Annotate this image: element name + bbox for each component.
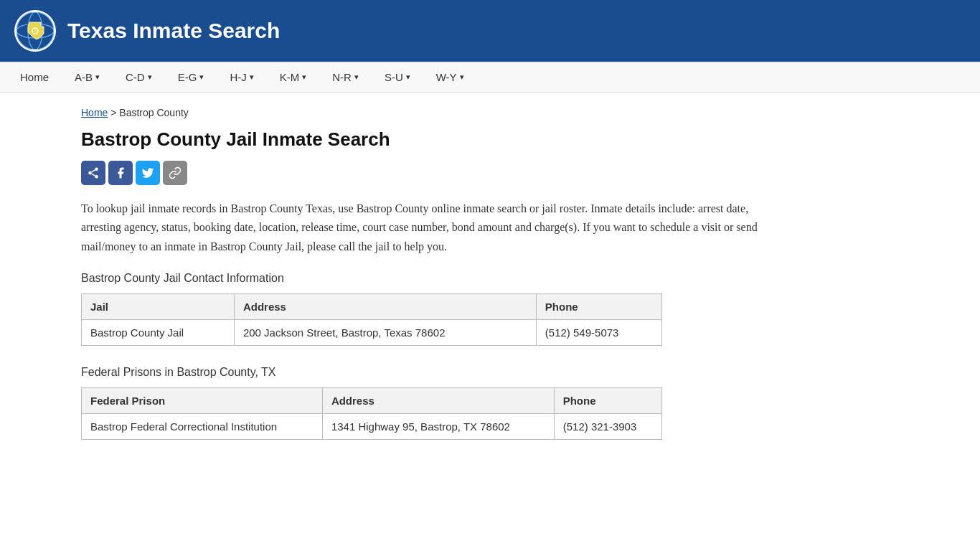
nav-cd[interactable]: C-D ▾ (113, 62, 165, 92)
federal-col-address: Address (322, 388, 554, 414)
svg-line-9 (91, 174, 95, 176)
table-row: Bastrop County Jail 200 Jackson Street, … (82, 320, 662, 346)
social-share-bar (81, 161, 899, 185)
table-row: Bastrop Federal Correctional Institution… (82, 414, 662, 440)
main-content: Home > Bastrop County Bastrop County Jai… (67, 93, 913, 474)
breadcrumb-home-link[interactable]: Home (81, 107, 108, 118)
facebook-button[interactable] (108, 161, 133, 185)
share-button[interactable] (81, 161, 105, 185)
page-title: Bastrop County Jail Inmate Search (81, 128, 899, 151)
federal-prison-table: Federal Prison Address Phone Bastrop Fed… (81, 387, 662, 440)
page-description: To lookup jail inmate records in Bastrop… (81, 199, 777, 256)
nav-home[interactable]: Home (7, 62, 62, 92)
main-nav: Home A-B ▾ C-D ▾ E-G ▾ H-J ▾ K-M ▾ N-R ▾… (0, 62, 980, 93)
federal-section-heading: Federal Prisons in Bastrop County, TX (81, 366, 899, 379)
site-header: + Texas Inmate Search (0, 0, 980, 62)
twitter-button[interactable] (136, 161, 160, 185)
breadcrumb-separator: > (110, 107, 116, 118)
jail-col-jail: Jail (82, 294, 235, 320)
nav-su-arrow: ▾ (406, 72, 410, 82)
federal-prison-address-cell: 1341 Highway 95, Bastrop, TX 78602 (322, 414, 554, 440)
federal-col-prison: Federal Prison (82, 388, 323, 414)
svg-point-6 (95, 168, 98, 171)
nav-km-arrow: ▾ (302, 72, 306, 82)
federal-prison-phone-cell: (512) 321-3903 (554, 414, 661, 440)
nav-nr[interactable]: N-R ▾ (319, 62, 372, 92)
nav-ab-arrow: ▾ (95, 72, 100, 82)
jail-table-header-row: Jail Address Phone (82, 294, 662, 320)
site-logo: + (14, 10, 56, 52)
nav-ab[interactable]: A-B ▾ (62, 62, 113, 92)
jail-address-cell: 200 Jackson Street, Bastrop, Texas 78602 (234, 320, 536, 346)
nav-hj-arrow: ▾ (250, 72, 254, 82)
federal-table-header-row: Federal Prison Address Phone (82, 388, 662, 414)
nav-wy[interactable]: W-Y ▾ (423, 62, 477, 92)
nav-nr-arrow: ▾ (354, 72, 359, 82)
nav-wy-arrow: ▾ (460, 72, 464, 82)
nav-su[interactable]: S-U ▾ (372, 62, 423, 92)
federal-prison-name-cell: Bastrop Federal Correctional Institution (82, 414, 323, 440)
jail-phone-cell: (512) 549-5073 (536, 320, 661, 346)
copy-link-button[interactable] (163, 161, 187, 185)
jail-contact-table: Jail Address Phone Bastrop County Jail 2… (81, 293, 662, 346)
breadcrumb-current: Bastrop County (119, 107, 189, 118)
federal-col-phone: Phone (554, 388, 661, 414)
svg-text:+: + (34, 28, 37, 33)
jail-col-address: Address (234, 294, 536, 320)
site-title: Texas Inmate Search (67, 19, 280, 43)
breadcrumb: Home > Bastrop County (81, 107, 899, 118)
jail-section-heading: Bastrop County Jail Contact Information (81, 272, 899, 285)
svg-line-10 (91, 170, 95, 172)
jail-name-cell: Bastrop County Jail (82, 320, 235, 346)
nav-km[interactable]: K-M ▾ (267, 62, 320, 92)
svg-point-7 (88, 171, 92, 175)
nav-hj[interactable]: H-J ▾ (217, 62, 266, 92)
nav-eg[interactable]: E-G ▾ (165, 62, 217, 92)
jail-col-phone: Phone (536, 294, 661, 320)
svg-point-8 (95, 175, 98, 179)
nav-eg-arrow: ▾ (199, 72, 204, 82)
nav-cd-arrow: ▾ (148, 72, 152, 82)
